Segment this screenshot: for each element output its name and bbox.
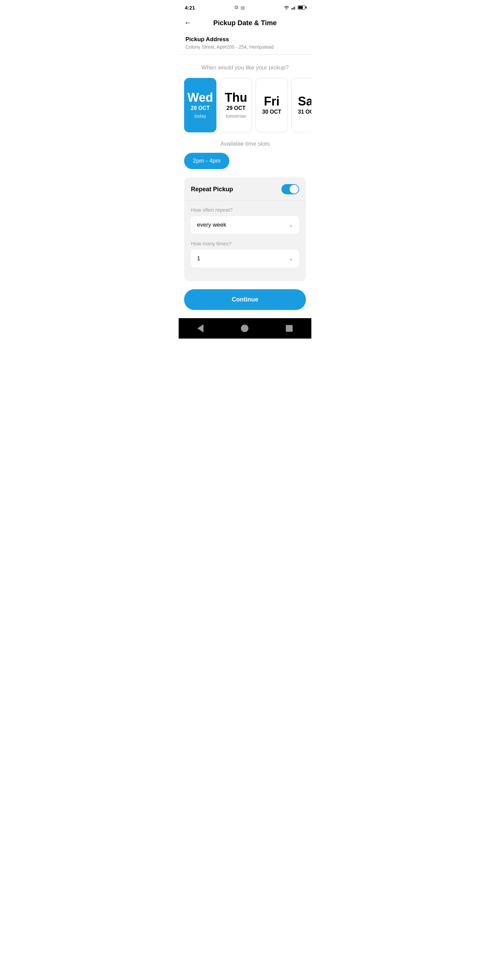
chevron-down-icon: ⌄ — [289, 222, 293, 228]
wifi-icon — [283, 5, 290, 10]
how-often-value: every week — [197, 221, 226, 228]
address-section: Pickup Address Colony Street, Apt#200 - … — [179, 33, 311, 55]
status-bar: 4:21 ⚙ ▤ — [179, 0, 311, 14]
time-slots-label: Available time slots — [179, 140, 311, 153]
status-icons: ⚙ ▤ — [234, 5, 245, 11]
date-sub: tomorrow — [226, 113, 246, 119]
date-month: 31 OCT — [298, 109, 311, 115]
svg-rect-3 — [294, 7, 295, 10]
battery-icon — [298, 5, 305, 10]
date-card-fri[interactable]: Fri 30 OCT — [256, 78, 288, 132]
date-month: 30 OCT — [262, 109, 281, 115]
time-slots-container: 2pm - 4pm — [179, 153, 311, 177]
date-card-thu[interactable]: Thu 29 OCT tomorrow — [220, 78, 252, 132]
recents-nav-icon — [286, 325, 293, 332]
date-day: Thu — [225, 92, 247, 104]
date-card-wed[interactable]: Wed 28 OCT today — [184, 78, 216, 132]
repeat-pickup-card: Repeat Pickup How often repeat? every we… — [184, 177, 306, 281]
address-value: Colony Street, Apt#200 - 254, Hempstead — [185, 44, 305, 50]
date-day: Wed — [188, 92, 213, 104]
address-label: Pickup Address — [185, 36, 305, 43]
date-day: Sat — [298, 95, 311, 108]
how-many-dropdown[interactable]: 1 ⌄ — [191, 250, 299, 267]
date-day: Fri — [264, 95, 279, 108]
nav-home-button[interactable] — [234, 323, 255, 334]
page-title: Pickup Date & Time — [194, 19, 296, 27]
home-nav-icon — [241, 325, 248, 332]
svg-rect-2 — [293, 8, 293, 9]
toggle-knob — [290, 185, 298, 194]
battery-fill — [298, 6, 303, 9]
date-selector: Wed 28 OCT today Thu 29 OCT tomorrow Fri… — [179, 78, 311, 140]
how-often-question: How often repeat? — [191, 207, 299, 213]
date-sub: today — [194, 113, 206, 119]
svg-rect-4 — [295, 6, 296, 10]
back-nav-icon — [197, 324, 204, 332]
pickup-question: When would you like your pickup? — [179, 55, 311, 78]
repeat-pickup-header: Repeat Pickup — [184, 177, 306, 201]
repeat-pickup-label: Repeat Pickup — [191, 186, 233, 193]
svg-rect-1 — [291, 8, 292, 9]
time-slot-0[interactable]: 2pm - 4pm — [184, 153, 229, 169]
status-right-icons — [283, 5, 305, 10]
gear-icon: ⚙ — [234, 5, 239, 11]
continue-button[interactable]: Continue — [184, 289, 306, 310]
nav-back-button[interactable] — [191, 323, 210, 334]
svg-point-0 — [286, 8, 287, 9]
chevron-down-icon-2: ⌄ — [289, 256, 293, 261]
repeat-pickup-toggle[interactable] — [282, 184, 299, 194]
how-often-dropdown[interactable]: every week ⌄ — [191, 216, 299, 234]
nav-bar — [179, 318, 311, 339]
header: ← Pickup Date & Time — [179, 14, 311, 33]
date-month: 29 OCT — [226, 105, 245, 111]
nav-recents-button[interactable] — [279, 324, 299, 333]
status-time: 4:21 — [185, 5, 195, 11]
how-many-question: How many times? — [191, 240, 299, 247]
back-button[interactable]: ← — [184, 17, 194, 29]
signal-icon — [291, 5, 296, 10]
date-month: 28 OCT — [191, 105, 210, 111]
sd-icon: ▤ — [240, 5, 245, 10]
repeat-pickup-body: How often repeat? every week ⌄ How many … — [184, 201, 306, 281]
date-card-sat[interactable]: Sat 31 OCT — [291, 78, 311, 132]
how-many-value: 1 — [197, 255, 200, 262]
